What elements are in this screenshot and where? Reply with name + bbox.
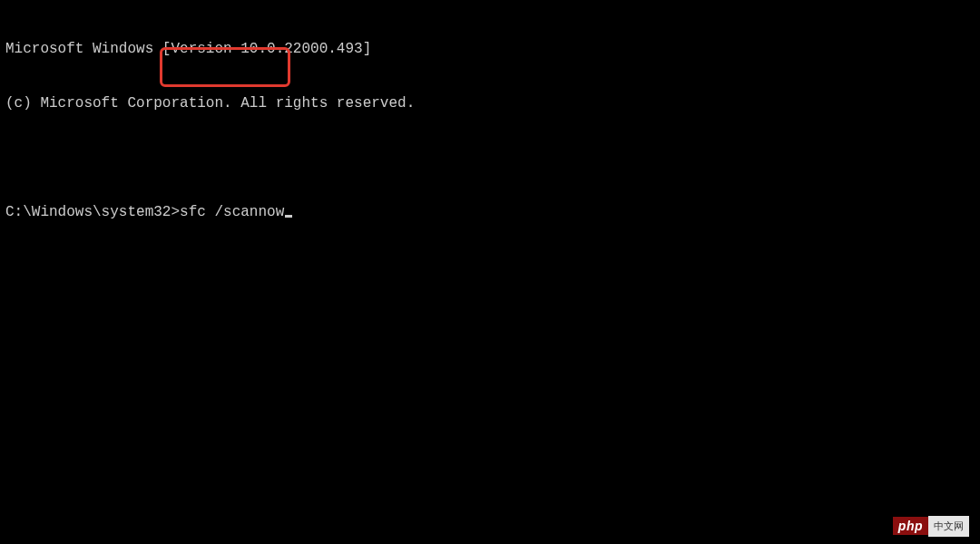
os-version-line: Microsoft Windows [Version 10.0.22000.49… xyxy=(5,40,975,58)
copyright-line: (c) Microsoft Corporation. All rights re… xyxy=(5,94,975,112)
text-cursor xyxy=(285,215,292,218)
typed-command[interactable]: sfc /scannow xyxy=(180,204,284,220)
watermark-logo: php xyxy=(893,517,928,535)
command-prompt-terminal[interactable]: Microsoft Windows [Version 10.0.22000.49… xyxy=(0,0,980,243)
prompt-path: C:\Windows\system32> xyxy=(5,204,180,220)
watermark-text: 中文网 xyxy=(928,516,969,537)
blank-line xyxy=(5,149,975,167)
prompt-line[interactable]: C:\Windows\system32>sfc /scannow xyxy=(5,203,975,221)
watermark: php 中文网 xyxy=(893,515,969,537)
